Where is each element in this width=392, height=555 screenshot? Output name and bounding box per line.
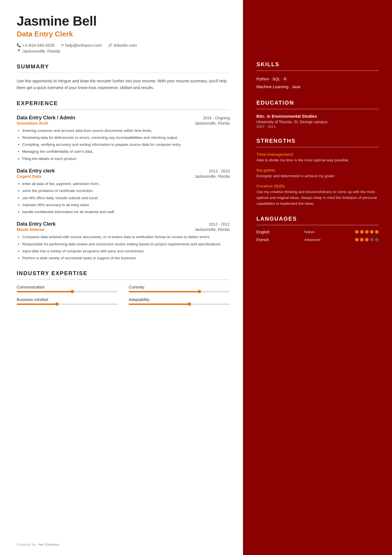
footer-brand: Powered by Enhancv bbox=[17, 542, 59, 547]
skills-line1: Python · SQL · R · bbox=[256, 75, 379, 83]
expertise-dot-2 bbox=[55, 302, 59, 306]
expertise-dot-0 bbox=[71, 290, 74, 293]
job-2-header: Data Entry clerk 2013 - 2015 bbox=[17, 168, 230, 174]
lang-dot bbox=[370, 238, 374, 241]
strength-2: Go-getter Energetic and determined to ac… bbox=[256, 168, 379, 179]
job-1: Data Entry Clerk / Admin 2016 - Ongoing … bbox=[17, 115, 230, 162]
summary-title: SUMMARY bbox=[17, 63, 230, 70]
bullet-item: Compares data entered with source docume… bbox=[22, 234, 230, 240]
bullet-item: solve the problems of certificate correc… bbox=[22, 188, 230, 194]
lang-french-dots bbox=[355, 238, 379, 241]
strength-1-title: Time-management bbox=[256, 152, 379, 157]
lang-dot bbox=[375, 230, 379, 234]
lang-french-name: French bbox=[256, 238, 279, 242]
bullet-item: use MS office daily, include outlook and… bbox=[22, 195, 230, 201]
logo-svg bbox=[38, 543, 44, 547]
strength-3-desc: Use my creative thinking and resourceful… bbox=[256, 189, 379, 207]
job-1-company-row: Innovation Arch Jacksonville, Florida bbox=[17, 121, 230, 125]
expertise-bar-fill-0 bbox=[17, 291, 72, 292]
edu-school: University of Toronto, St. George campus bbox=[256, 120, 379, 124]
strengths-divider bbox=[256, 147, 379, 147]
expertise-bar-bg-3 bbox=[129, 304, 230, 305]
job-1-header: Data Entry Clerk / Admin 2016 - Ongoing bbox=[17, 115, 230, 121]
strength-1-desc: Able to divide my time in the most optim… bbox=[256, 157, 379, 163]
resume-page: Jasmine Bell Data Entry Clerk 📞 +1-914-3… bbox=[0, 0, 392, 555]
lang-english-level: Native bbox=[304, 230, 329, 234]
expertise-section: INDUSTRY EXPERTISE Communication Curiosi… bbox=[17, 270, 230, 305]
expertise-grid: Communication Curiosity bbox=[17, 285, 230, 305]
languages-section: LANGUAGES English Native French Advanced bbox=[256, 216, 379, 242]
resume-header: Jasmine Bell Data Entry Clerk 📞 +1-914-3… bbox=[17, 14, 230, 53]
job-1-date: 2016 - Ongoing bbox=[203, 116, 230, 120]
skills-title: SKILLS bbox=[256, 61, 379, 68]
location-text: Jacksonville, Florida bbox=[23, 49, 60, 53]
job-3-date: 2012 - 2012 bbox=[209, 222, 230, 226]
expertise-label-1: Curiosity bbox=[129, 285, 230, 289]
email-icon: ✉ bbox=[61, 43, 64, 47]
lang-dot bbox=[355, 230, 359, 234]
lang-dot bbox=[360, 238, 364, 241]
bullet-item: handle confidential information for all … bbox=[22, 209, 230, 215]
strength-3-title: Creative Skills bbox=[256, 184, 379, 188]
linkedin-text: linkedin.com bbox=[114, 43, 137, 48]
enhancv-logo: Enhancv bbox=[38, 542, 59, 547]
job-2-company-row: Cogent Data Jacksonville, Florida bbox=[17, 174, 230, 179]
expertise-bar-bg-0 bbox=[17, 291, 118, 292]
job-2-title: Data Entry clerk bbox=[17, 168, 55, 174]
edu-years: 2007 - 2011 bbox=[256, 125, 379, 129]
lang-english: English Native bbox=[256, 230, 379, 234]
bullet-item: Compiling, verifying accuracy and sortin… bbox=[22, 142, 230, 148]
contact-row-1: 📞 +1-914-345-5530 ✉ help@enhancv.com 🔗 l… bbox=[17, 43, 230, 48]
job-2-location: Jacksonville, Florida bbox=[195, 174, 230, 179]
job-2-date: 2013 - 2015 bbox=[209, 169, 230, 173]
left-column: Jasmine Bell Data Entry Clerk 📞 +1-914-3… bbox=[0, 0, 243, 555]
expertise-bar-fill-3 bbox=[129, 304, 189, 305]
bullet-item: Managing the confidentiality of user's d… bbox=[22, 149, 230, 155]
expertise-divider bbox=[17, 279, 230, 280]
skills-section: SKILLS Python · SQL · R · Machine Learni… bbox=[256, 61, 379, 91]
location-item: 📍 Jacksonville, Florida bbox=[17, 49, 60, 53]
bullet-item: maintain 95% accuracy in all entry tasks… bbox=[22, 202, 230, 208]
lang-english-name: English bbox=[256, 230, 279, 234]
lang-dot bbox=[365, 230, 369, 234]
expertise-dot-1 bbox=[198, 290, 201, 293]
expertise-title: INDUSTRY EXPERTISE bbox=[17, 270, 230, 277]
strength-2-title: Go-getter bbox=[256, 168, 379, 172]
job-2: Data Entry clerk 2013 - 2015 Cogent Data… bbox=[17, 168, 230, 215]
lang-dot bbox=[360, 230, 364, 234]
bullet-item: Filing the details of each product. bbox=[22, 156, 230, 162]
job-2-company: Cogent Data bbox=[17, 174, 41, 179]
languages-title: LANGUAGES bbox=[256, 216, 379, 222]
candidate-name: Jasmine Bell bbox=[17, 14, 230, 29]
strengths-section: STRENGTHS Time-management Able to divide… bbox=[256, 138, 379, 207]
job-3-bullets: Compares data entered with source docume… bbox=[17, 234, 230, 261]
job-1-company: Innovation Arch bbox=[17, 121, 48, 125]
job-1-location: Jacksonville, Florida bbox=[195, 121, 230, 125]
lang-french-level: Advanced bbox=[304, 238, 329, 242]
link-icon: 🔗 bbox=[108, 43, 112, 47]
job-1-title: Data Entry Clerk / Admin bbox=[17, 115, 75, 121]
email-item: ✉ help@enhancv.com bbox=[61, 43, 102, 48]
expertise-adaptability: Adaptability bbox=[129, 297, 230, 305]
phone-text: +1-914-345-5530 bbox=[23, 43, 55, 48]
summary-divider bbox=[17, 73, 230, 73]
expertise-curiosity: Curiosity bbox=[129, 285, 230, 292]
strength-2-desc: Energetic and determined to achieve my g… bbox=[256, 173, 379, 179]
expertise-business: Business mindset bbox=[17, 297, 118, 305]
skills-line2: Machine Learning · Java bbox=[256, 83, 379, 91]
expertise-label-3: Adaptability bbox=[129, 297, 230, 302]
job-3-company-row: Movie Intense Jacksonville, Florida bbox=[17, 227, 230, 232]
expertise-label-0: Communication bbox=[17, 285, 118, 289]
email-text: help@enhancv.com bbox=[65, 43, 102, 48]
education-title: EDUCATION bbox=[256, 100, 379, 106]
summary-text: Use this opportunity to intrigue and dra… bbox=[17, 78, 230, 91]
job-3: Data Entry Clerk 2012 - 2012 Movie Inten… bbox=[17, 221, 230, 261]
strengths-title: STRENGTHS bbox=[256, 138, 379, 144]
expertise-communication: Communication bbox=[17, 285, 118, 292]
right-column: SKILLS Python · SQL · R · Machine Learni… bbox=[243, 0, 392, 555]
strength-3: Creative Skills Use my creative thinking… bbox=[256, 184, 379, 207]
expertise-label-2: Business mindset bbox=[17, 297, 118, 302]
bullet-item: Entering customer and account data from … bbox=[22, 128, 230, 134]
lang-dot bbox=[355, 238, 359, 241]
expertise-bar-bg-1 bbox=[129, 291, 230, 292]
